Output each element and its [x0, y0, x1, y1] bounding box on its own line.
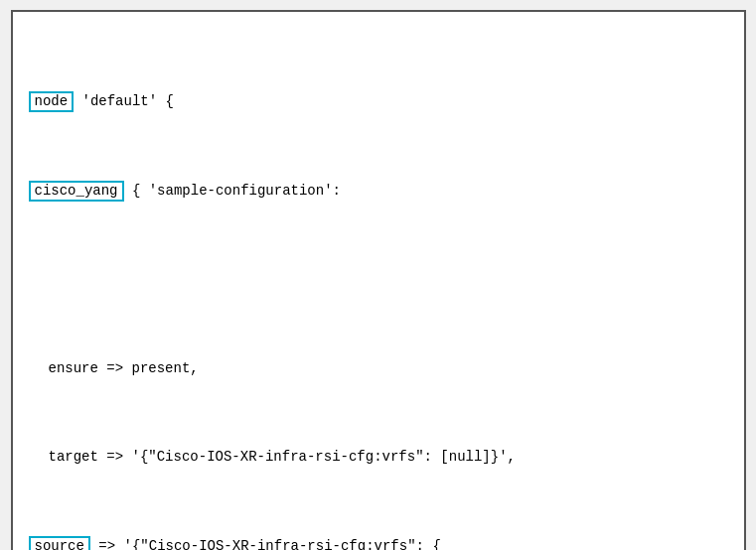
line4-text: ensure => present, — [49, 357, 199, 379]
line2-rest: { 'sample-configuration': — [124, 180, 341, 202]
line6-rest: => '{"Cisco-IOS-XR-infra-rsi-cfg:vrfs": … — [90, 535, 441, 550]
code-line-6: source => '{"Cisco-IOS-XR-infra-rsi-cfg:… — [29, 535, 728, 550]
source-keyword[interactable]: source — [29, 536, 90, 550]
code-line-blank — [29, 268, 728, 290]
node-keyword[interactable]: node — [29, 91, 75, 112]
code-block: node 'default' { cisco_yang { 'sample-co… — [29, 24, 728, 550]
line5-text: target => '{"Cisco-IOS-XR-infra-rsi-cfg:… — [49, 446, 516, 468]
code-line-5: target => '{"Cisco-IOS-XR-infra-rsi-cfg:… — [29, 446, 728, 468]
line1-rest: 'default' { — [74, 90, 174, 112]
code-line-1: node 'default' { — [29, 90, 728, 112]
code-line-2: cisco_yang { 'sample-configuration': — [29, 180, 728, 202]
code-container: node 'default' { cisco_yang { 'sample-co… — [11, 10, 746, 550]
cisco-yang-keyword[interactable]: cisco_yang — [29, 181, 124, 202]
code-line-4: ensure => present, — [29, 357, 728, 379]
